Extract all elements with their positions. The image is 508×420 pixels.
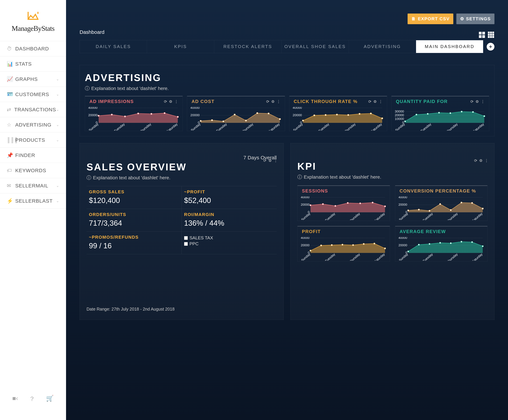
svg-text:20000: 20000 bbox=[301, 203, 310, 206]
grid-large-icon[interactable] bbox=[478, 31, 485, 38]
svg-text:Tuesday: Tuesday bbox=[422, 252, 433, 261]
svg-text:Thursday: Thursday bbox=[343, 122, 356, 130]
more-icon[interactable]: ⋮ bbox=[481, 100, 485, 104]
gear-icon[interactable]: ⚙ bbox=[269, 159, 272, 163]
svg-rect-2 bbox=[479, 32, 482, 35]
checkbox-sales-tax[interactable]: SALES TAX bbox=[184, 235, 274, 240]
card-title: PROFIT bbox=[302, 229, 321, 234]
cart-icon[interactable]: 🛒 bbox=[46, 395, 54, 403]
svg-text:Tuesday: Tuesday bbox=[317, 122, 330, 130]
help-icon[interactable]: ？ bbox=[29, 395, 35, 403]
refresh-icon[interactable]: ⟳ bbox=[164, 100, 167, 104]
bar-chart-icon: 📊 bbox=[7, 61, 15, 67]
more-icon[interactable]: ⋮ bbox=[485, 159, 488, 163]
sidebar-item-finder[interactable]: 📌FINDER bbox=[0, 148, 66, 163]
settings-button[interactable]: ⚙SETTINGS bbox=[456, 14, 494, 24]
svg-point-114 bbox=[439, 203, 441, 205]
topbar: 🗎EXPORT CSV ⚙SETTINGS bbox=[66, 0, 508, 28]
tab-daily-sales[interactable]: DAILY SALES bbox=[80, 40, 147, 53]
refresh-icon[interactable]: ⟳ bbox=[474, 159, 477, 163]
svg-point-111 bbox=[407, 210, 409, 211]
cell-profit: ~PROFIT$52,400 bbox=[182, 186, 277, 209]
sidebar-footer: ■‹ ？ 🛒 bbox=[0, 390, 66, 420]
chevron-down-icon: ⌄ bbox=[56, 123, 59, 127]
refresh-icon[interactable]: ⟳ bbox=[368, 100, 371, 104]
card-title: SESSIONS bbox=[302, 188, 328, 194]
tab-main-dashboard[interactable]: MAIN DASHBOARD bbox=[416, 40, 483, 53]
tab-overall-shoe-sales[interactable]: OVERALL SHOE SALES bbox=[282, 40, 349, 53]
svg-text:20000: 20000 bbox=[293, 113, 302, 117]
chevron-down-icon: ⌄ bbox=[56, 199, 59, 203]
svg-point-80 bbox=[449, 112, 451, 114]
sidebar-item-sellermail[interactable]: ✉SELLERMAIL⌄ bbox=[0, 178, 66, 193]
chart: 0100002000030000 SundayTuesdayThursdaySa… bbox=[393, 107, 487, 130]
star-icon: ☆ bbox=[7, 122, 15, 128]
gear-icon[interactable]: ⚙ bbox=[169, 100, 172, 104]
svg-text:Sunday: Sunday bbox=[88, 122, 99, 130]
sidebar-item-advertising[interactable]: ☆ADVERTISING⌄ bbox=[0, 117, 66, 132]
svg-point-58 bbox=[325, 114, 326, 116]
chart: 02000040000 SundayTuesdayThursdaySaturda… bbox=[397, 196, 486, 220]
svg-point-151 bbox=[450, 242, 451, 244]
sidebar-item-graphs[interactable]: 📈GRAPHS⌄ bbox=[0, 72, 66, 87]
sidebar-item-keywords[interactable]: 🏷KEYWORDS bbox=[0, 163, 66, 178]
svg-text:Sunday: Sunday bbox=[398, 252, 409, 261]
gear-icon[interactable]: ⚙ bbox=[476, 100, 479, 104]
page-title: Dashboard bbox=[66, 28, 105, 40]
sidebar-item-sellerblast[interactable]: ⚡SELLERBLAST⌄ bbox=[0, 193, 66, 209]
tag-icon: 🏷 bbox=[7, 168, 15, 173]
svg-text:20000: 20000 bbox=[398, 243, 407, 247]
section-kpi: ⟳⚙⋮ KPI ⓘExplanation text about 'dashlet… bbox=[290, 143, 494, 320]
refresh-icon[interactable]: ⟳ bbox=[266, 100, 269, 104]
add-tab-button[interactable]: ＋ bbox=[487, 43, 494, 51]
sidebar-item-stats[interactable]: 📊STATS bbox=[0, 56, 66, 72]
tab-kpis[interactable]: KPIS bbox=[147, 40, 214, 53]
more-icon[interactable]: ⋮ bbox=[379, 100, 382, 104]
svg-point-96 bbox=[335, 205, 336, 207]
svg-text:Thursday: Thursday bbox=[139, 122, 152, 130]
svg-text:Tuesday: Tuesday bbox=[215, 122, 228, 130]
svg-point-59 bbox=[336, 114, 338, 115]
svg-rect-10 bbox=[490, 34, 492, 36]
sidebar-item-transactions[interactable]: ⇄TRANSACTIONS⌄ bbox=[0, 102, 66, 117]
svg-text:Sunday: Sunday bbox=[190, 122, 201, 130]
cell-toggles: SALES TAX PPC bbox=[182, 232, 277, 254]
card-ad-impressions: AD IMPRESSIONS ⟳⚙⋮ 02000040000 SundayTue… bbox=[85, 96, 183, 131]
tab-restock-alerts[interactable]: RESTOCK ALERTS bbox=[214, 40, 281, 53]
grid-small-icon[interactable] bbox=[488, 31, 494, 38]
svg-point-27 bbox=[177, 116, 179, 117]
more-icon[interactable]: ⋮ bbox=[274, 159, 277, 163]
svg-rect-5 bbox=[482, 35, 485, 38]
sidebar-item-dashboard[interactable]: ⏱DASHBOARD bbox=[0, 41, 66, 56]
checkbox-ppc[interactable]: PPC bbox=[184, 241, 274, 246]
more-icon[interactable]: ⋮ bbox=[277, 100, 280, 104]
svg-rect-3 bbox=[482, 32, 485, 35]
video-icon[interactable]: ■‹ bbox=[12, 395, 18, 403]
sidebar-item-products[interactable]: ║║║PRODUCTS⌄ bbox=[0, 132, 66, 148]
chevron-down-icon: ⌄ bbox=[56, 107, 59, 112]
svg-point-154 bbox=[482, 246, 483, 247]
gear-icon[interactable]: ⚙ bbox=[271, 100, 275, 104]
refresh-icon[interactable]: ⟳ bbox=[263, 159, 266, 163]
tab-advertising[interactable]: ADVERTISING bbox=[349, 40, 416, 53]
svg-point-95 bbox=[322, 203, 324, 205]
svg-point-57 bbox=[314, 115, 315, 116]
svg-text:40000: 40000 bbox=[301, 237, 310, 239]
section-subtitle: ⓘExplanation text about 'dashlet' here. bbox=[297, 174, 487, 180]
chart: 02000040000 SundayTuesdayThursdaySaturda… bbox=[87, 107, 181, 130]
refresh-icon[interactable]: ⟳ bbox=[471, 100, 473, 104]
sidebar-item-customers[interactable]: 🪪CUSTOMERS⌄ bbox=[0, 87, 66, 102]
more-icon[interactable]: ⋮ bbox=[174, 100, 178, 104]
svg-text:Sunday: Sunday bbox=[395, 122, 405, 130]
main: 🗎EXPORT CSV ⚙SETTINGS Dashboard DAILY SA… bbox=[66, 0, 508, 420]
svg-text:Tuesday: Tuesday bbox=[422, 212, 433, 220]
svg-point-42 bbox=[245, 120, 247, 121]
svg-rect-7 bbox=[490, 32, 492, 34]
svg-text:Saturday: Saturday bbox=[374, 212, 386, 220]
svg-point-62 bbox=[370, 113, 372, 114]
export-csv-button[interactable]: 🗎EXPORT CSV bbox=[408, 14, 453, 24]
gear-icon[interactable]: ⚙ bbox=[479, 159, 483, 163]
svg-point-25 bbox=[150, 113, 152, 115]
gear-icon[interactable]: ⚙ bbox=[374, 100, 377, 104]
section-sales-overview: ⟳⚙⋮ 7 Days Overall SALES OVERVIEW ⓘExpla… bbox=[80, 143, 284, 320]
